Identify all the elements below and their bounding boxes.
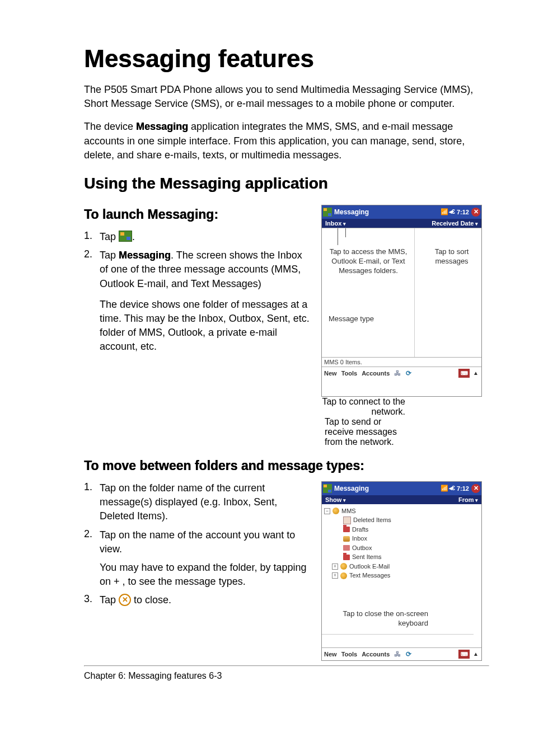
annot-close-keyboard: Tap to close the on-screen keyboard bbox=[339, 609, 428, 628]
new-button[interactable]: New bbox=[322, 651, 339, 658]
step2-2b: You may have to expand the folder, by ta… bbox=[100, 561, 310, 589]
input-caret-icon[interactable]: ▲ bbox=[471, 650, 481, 659]
tree-sent[interactable]: Sent Items bbox=[352, 552, 382, 562]
clock-text: 7:12 bbox=[457, 485, 469, 492]
dev1-under-annotations: Tap to connect to the network. Tap to se… bbox=[321, 397, 489, 447]
keyboard-icon[interactable]: ⌨ bbox=[458, 369, 470, 378]
dev2-subbar: Show From bbox=[322, 495, 481, 504]
folder-icon bbox=[343, 527, 350, 532]
signal-icon: 📶 ◂€ bbox=[441, 208, 455, 215]
dev2-body: −MMS Deleted Items Drafts Inbox Outbox S… bbox=[322, 504, 481, 647]
step1-pre: Tap bbox=[100, 231, 119, 242]
account-icon bbox=[332, 508, 339, 514]
intro2-bold: Messaging bbox=[136, 121, 188, 132]
step2-pre: Tap bbox=[100, 250, 119, 261]
step1-post: . bbox=[132, 231, 135, 242]
start-icon bbox=[119, 231, 132, 242]
tree-deleted[interactable]: Deleted Items bbox=[353, 515, 391, 525]
account-icon bbox=[340, 572, 347, 579]
folder-dropdown[interactable]: Inbox bbox=[325, 220, 346, 227]
folder-icon bbox=[343, 555, 350, 560]
footer-left: Chapter 6: Messaging features bbox=[84, 671, 207, 680]
tree-text[interactable]: Text Messages bbox=[349, 571, 390, 580]
step2-2-text: Tap on the name of the account you want … bbox=[100, 528, 310, 589]
accounts-button[interactable]: Accounts bbox=[359, 370, 392, 377]
section-using-messaging: Using the Messaging application bbox=[84, 175, 489, 192]
step1-text: Tap . bbox=[100, 230, 310, 244]
page-title: Messaging features bbox=[84, 45, 489, 73]
folder-tree: −MMS Deleted Items Drafts Inbox Outbox S… bbox=[324, 506, 479, 580]
send-receive-icon[interactable]: ⟳ bbox=[404, 369, 414, 378]
annot-send-receive: Tap to send or receive messages from the… bbox=[321, 417, 409, 447]
new-button[interactable]: New bbox=[322, 370, 339, 377]
expand-icon[interactable]: + bbox=[332, 572, 338, 579]
dev1-titlebar: Messaging 📶 ◂€ 7:12 ✕ bbox=[322, 205, 481, 219]
input-caret-icon[interactable]: ▲ bbox=[471, 369, 481, 378]
close-icon[interactable]: ✕ bbox=[471, 484, 480, 493]
intro-para-2: The device Messaging application integra… bbox=[84, 120, 489, 162]
folder-icon bbox=[343, 545, 350, 551]
accounts-button[interactable]: Accounts bbox=[359, 651, 392, 658]
tree-outbox[interactable]: Outbox bbox=[352, 543, 372, 553]
dev1-subbar: Inbox Received Date bbox=[322, 219, 481, 228]
dev1-bottom-bar: New Tools Accounts 🖧 ⟳ ⌨ ▲ bbox=[322, 367, 481, 379]
heading-to-launch: To launch Messaging: bbox=[84, 207, 310, 222]
tree-mms[interactable]: MMS bbox=[341, 506, 356, 516]
connect-icon[interactable]: 🖧 bbox=[392, 650, 402, 659]
send-receive-icon[interactable]: ⟳ bbox=[404, 650, 414, 659]
close-circle-icon: ✕ bbox=[119, 594, 131, 606]
step2-num: 2. bbox=[84, 248, 100, 291]
trash-icon bbox=[343, 516, 351, 524]
step2-3-text: Tap ✕ to close. bbox=[100, 593, 310, 607]
step1-num: 1. bbox=[84, 230, 100, 244]
annot-message-type: Message type bbox=[329, 314, 374, 324]
step2-1-num: 1. bbox=[84, 481, 100, 524]
tools-button[interactable]: Tools bbox=[339, 370, 360, 377]
connect-icon[interactable]: 🖧 bbox=[392, 369, 402, 378]
signal-icon: 📶 ◂€ bbox=[441, 485, 455, 492]
explain-block-1: The device shows one folder of messages … bbox=[100, 298, 310, 354]
step2-2-num: 2. bbox=[84, 528, 100, 589]
step2-text: Tap Messaging. The screen shows the Inbo… bbox=[100, 248, 310, 291]
start-menu-icon[interactable] bbox=[323, 208, 332, 217]
dev1-status: MMS 0 Items. bbox=[322, 357, 481, 367]
keyboard-icon[interactable]: ⌨ bbox=[458, 650, 470, 659]
step2-bold: Messaging bbox=[119, 250, 171, 261]
from-dropdown[interactable]: From bbox=[458, 496, 478, 503]
step2-3-pre: Tap bbox=[100, 594, 119, 605]
inbox-icon bbox=[343, 536, 350, 542]
footer-rule bbox=[84, 665, 489, 666]
footer: Chapter 6: Messaging features 6-3 bbox=[84, 671, 489, 681]
intro-para-1: The P505 Smart PDA Phone allows you to s… bbox=[84, 83, 489, 111]
tree-outlook[interactable]: Outlook E-Mail bbox=[349, 562, 390, 571]
dev1-title-text: Messaging bbox=[334, 208, 369, 216]
close-icon[interactable]: ✕ bbox=[471, 208, 480, 217]
step2-1-text: Tap on the folder name of the current me… bbox=[100, 481, 310, 524]
tree-drafts[interactable]: Drafts bbox=[352, 525, 368, 534]
show-dropdown[interactable]: Show bbox=[325, 496, 346, 503]
device-screenshot-1: Messaging 📶 ◂€ 7:12 ✕ Inbox Received Dat… bbox=[321, 205, 482, 397]
device-screenshot-2: Messaging 📶 ◂€ 7:12 ✕ Show From −MMS bbox=[321, 481, 482, 661]
account-icon bbox=[340, 563, 347, 570]
dev1-body: Tap to access the MMS, Outlook E-mail, o… bbox=[322, 228, 481, 357]
intro2-pre: The device bbox=[84, 121, 136, 132]
sort-dropdown[interactable]: Received Date bbox=[432, 220, 478, 227]
annot-connect-network: Tap to connect to the network. bbox=[321, 397, 412, 417]
tree-inbox[interactable]: Inbox bbox=[352, 534, 367, 543]
dev2-bottom-bar: New Tools Accounts 🖧 ⟳ ⌨ ▲ bbox=[322, 647, 481, 660]
step2-3-post: to close. bbox=[131, 594, 171, 605]
dev2-titlebar: Messaging 📶 ◂€ 7:12 ✕ bbox=[322, 482, 481, 495]
step2-2a: Tap on the name of the account you want … bbox=[100, 528, 310, 556]
annot-sort: Tap to sort messages bbox=[427, 247, 477, 266]
heading-move-between: To move between folders and message type… bbox=[84, 458, 489, 473]
annot-access-folders: Tap to access the MMS, Outlook E-mail, o… bbox=[326, 247, 410, 276]
collapse-icon[interactable]: − bbox=[324, 508, 330, 514]
footer-right: 6-3 bbox=[209, 671, 222, 680]
dev2-title-text: Messaging bbox=[334, 485, 369, 492]
step2-3-num: 3. bbox=[84, 593, 100, 607]
tools-button[interactable]: Tools bbox=[339, 651, 360, 658]
clock-text: 7:12 bbox=[457, 209, 469, 215]
start-menu-icon[interactable] bbox=[323, 484, 332, 493]
expand-icon[interactable]: + bbox=[332, 564, 338, 570]
